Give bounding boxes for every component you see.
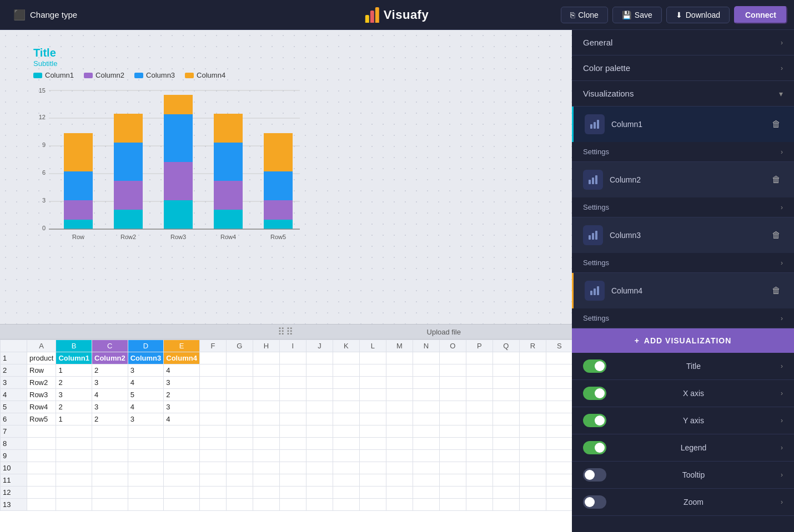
cell-r2-c7[interactable] bbox=[253, 364, 279, 377]
cell-r10-c16[interactable] bbox=[493, 462, 519, 474]
cell-r10-c14[interactable] bbox=[439, 462, 466, 474]
cell-r5-c7[interactable] bbox=[253, 401, 279, 413]
cell-r2-c10[interactable] bbox=[333, 364, 359, 377]
cell-r13-c3[interactable] bbox=[128, 499, 164, 511]
cell-r11-c5[interactable] bbox=[199, 474, 226, 487]
cell-r9-c15[interactable] bbox=[466, 450, 493, 462]
cell-r2-c4[interactable]: 4 bbox=[164, 364, 200, 377]
cell-r1-c2[interactable]: Column2 bbox=[92, 352, 128, 364]
cell-r2-c5[interactable] bbox=[199, 364, 226, 377]
cell-r10-c9[interactable] bbox=[306, 462, 333, 474]
resize-divider[interactable]: ⠿⠿ Upload file bbox=[0, 324, 572, 340]
cell-r11-c9[interactable] bbox=[306, 474, 333, 487]
cell-r11-c11[interactable] bbox=[359, 474, 386, 487]
cell-r7-c6[interactable] bbox=[226, 425, 253, 438]
cell-r10-c6[interactable] bbox=[226, 462, 253, 474]
viz-col2-item[interactable]: Column2 🗑 bbox=[572, 162, 794, 197]
cell-r10-c8[interactable] bbox=[279, 462, 306, 474]
cell-r1-c4[interactable]: Column4 bbox=[164, 352, 200, 364]
cell-r13-c13[interactable] bbox=[413, 499, 439, 511]
cell-r9-c7[interactable] bbox=[253, 450, 279, 462]
cell-r5-c3[interactable]: 4 bbox=[128, 401, 164, 413]
cell-r12-c18[interactable] bbox=[546, 487, 572, 499]
cell-r12-c13[interactable] bbox=[413, 487, 439, 499]
viz-col2-settings[interactable]: Settings › bbox=[572, 197, 794, 217]
cell-r6-c8[interactable] bbox=[279, 413, 306, 425]
cell-r2-c0[interactable]: Row bbox=[27, 364, 56, 377]
cell-r3-c1[interactable]: 2 bbox=[56, 377, 92, 389]
cell-r6-c17[interactable] bbox=[519, 413, 546, 425]
cell-r1-c15[interactable] bbox=[466, 352, 493, 364]
cell-r5-c1[interactable]: 2 bbox=[56, 401, 92, 413]
cell-r2-c11[interactable] bbox=[359, 364, 386, 377]
cell-r7-c8[interactable] bbox=[279, 425, 306, 438]
cell-r4-c9[interactable] bbox=[306, 389, 333, 401]
cell-r3-c11[interactable] bbox=[359, 377, 386, 389]
cell-r8-c13[interactable] bbox=[413, 438, 439, 450]
viz-col1-item[interactable]: Column1 🗑 bbox=[572, 107, 794, 142]
cell-r4-c12[interactable] bbox=[386, 389, 413, 401]
cell-r5-c16[interactable] bbox=[493, 401, 519, 413]
cell-r3-c3[interactable]: 4 bbox=[128, 377, 164, 389]
cell-r1-c10[interactable] bbox=[333, 352, 359, 364]
save-button[interactable]: 💾 Save bbox=[612, 7, 662, 23]
cell-r12-c16[interactable] bbox=[493, 487, 519, 499]
download-button[interactable]: ⬇ Download bbox=[666, 7, 730, 23]
cell-r13-c5[interactable] bbox=[199, 499, 226, 511]
cell-r1-c17[interactable] bbox=[519, 352, 546, 364]
cell-r1-c0[interactable]: product bbox=[27, 352, 56, 364]
cell-r8-c18[interactable] bbox=[546, 438, 572, 450]
cell-r7-c7[interactable] bbox=[253, 425, 279, 438]
cell-r7-c17[interactable] bbox=[519, 425, 546, 438]
cell-r5-c5[interactable] bbox=[199, 401, 226, 413]
cell-r8-c12[interactable] bbox=[386, 438, 413, 450]
cell-r11-c3[interactable] bbox=[128, 474, 164, 487]
cell-r3-c12[interactable] bbox=[386, 377, 413, 389]
cell-r2-c8[interactable] bbox=[279, 364, 306, 377]
cell-r6-c14[interactable] bbox=[439, 413, 466, 425]
cell-r11-c16[interactable] bbox=[493, 474, 519, 487]
cell-r4-c16[interactable] bbox=[493, 389, 519, 401]
cell-r12-c14[interactable] bbox=[439, 487, 466, 499]
cell-r11-c0[interactable] bbox=[27, 474, 56, 487]
cell-r2-c6[interactable] bbox=[226, 364, 253, 377]
cell-r7-c3[interactable] bbox=[128, 425, 164, 438]
cell-r13-c4[interactable] bbox=[164, 499, 200, 511]
viz-col3-settings[interactable]: Settings › bbox=[572, 253, 794, 272]
cell-r2-c3[interactable]: 3 bbox=[128, 364, 164, 377]
cell-r3-c10[interactable] bbox=[333, 377, 359, 389]
cell-r8-c11[interactable] bbox=[359, 438, 386, 450]
cell-r12-c3[interactable] bbox=[128, 487, 164, 499]
cell-r12-c5[interactable] bbox=[199, 487, 226, 499]
cell-r4-c17[interactable] bbox=[519, 389, 546, 401]
cell-r11-c18[interactable] bbox=[546, 474, 572, 487]
cell-r5-c2[interactable]: 3 bbox=[92, 401, 128, 413]
cell-r13-c18[interactable] bbox=[546, 499, 572, 511]
cell-r3-c17[interactable] bbox=[519, 377, 546, 389]
cell-r3-c16[interactable] bbox=[493, 377, 519, 389]
cell-r7-c4[interactable] bbox=[164, 425, 200, 438]
legend-toggle-section[interactable]: Legend › bbox=[572, 434, 794, 462]
cell-r6-c5[interactable] bbox=[199, 413, 226, 425]
viz-col3-item[interactable]: Column3 🗑 bbox=[572, 217, 794, 253]
cell-r2-c14[interactable] bbox=[439, 364, 466, 377]
cell-r13-c0[interactable] bbox=[27, 499, 56, 511]
cell-r2-c9[interactable] bbox=[306, 364, 333, 377]
cell-r9-c16[interactable] bbox=[493, 450, 519, 462]
cell-r7-c0[interactable] bbox=[27, 425, 56, 438]
cell-r10-c13[interactable] bbox=[413, 462, 439, 474]
viz-col2-delete-button[interactable]: 🗑 bbox=[770, 173, 783, 187]
cell-r4-c10[interactable] bbox=[333, 389, 359, 401]
cell-r3-c5[interactable] bbox=[199, 377, 226, 389]
cell-r3-c13[interactable] bbox=[413, 377, 439, 389]
cell-r7-c11[interactable] bbox=[359, 425, 386, 438]
cell-r2-c12[interactable] bbox=[386, 364, 413, 377]
cell-r5-c4[interactable]: 3 bbox=[164, 401, 200, 413]
cell-r9-c4[interactable] bbox=[164, 450, 200, 462]
viz-col1-settings[interactable]: Settings › bbox=[572, 142, 794, 161]
cell-r9-c5[interactable] bbox=[199, 450, 226, 462]
cell-r10-c3[interactable] bbox=[128, 462, 164, 474]
cell-r1-c6[interactable] bbox=[226, 352, 253, 364]
cell-r1-c12[interactable] bbox=[386, 352, 413, 364]
cell-r8-c0[interactable] bbox=[27, 438, 56, 450]
